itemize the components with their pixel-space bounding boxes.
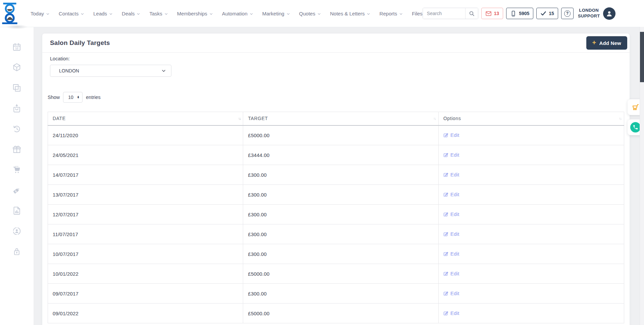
show-entries: Show 10 ▲▼ entries [48,92,624,103]
edit-label: Edit [450,290,460,296]
edit-link[interactable]: Edit [443,290,460,296]
sidebar-item-history-icon[interactable] [12,124,22,134]
target-cell: £300.00 [243,284,438,304]
chevron-down-icon [164,12,168,16]
search-button[interactable] [465,8,478,19]
sidebar-item-cart-icon[interactable] [12,165,22,175]
sidebar-item-calendar-icon[interactable]: 12 [12,42,22,52]
edit-link[interactable]: Edit [443,132,460,138]
edit-link[interactable]: Edit [443,271,460,276]
column-header-target[interactable]: TARGET↑↓ [243,112,438,125]
edit-label: Edit [450,271,460,276]
entries-label: entries [86,95,101,100]
edit-label: Edit [450,251,460,257]
target-cell: £300.00 [243,244,438,264]
date-cell: 14/07/2017 [48,165,243,185]
edit-icon [443,212,448,217]
menu-item-label: Today [31,11,44,16]
table-head: DATE↑↓TARGET↑↓Options↑↓ [48,112,624,125]
options-cell: Edit [438,165,624,185]
sidebar-item-bag-icon[interactable] [12,103,22,113]
question-mark-icon: ? [564,10,571,17]
sidebar-item-gift-icon[interactable] [12,144,22,154]
edit-link[interactable]: Edit [443,310,460,316]
edit-icon [443,152,448,157]
phone-icon [630,122,641,132]
sidebar-item-report-icon[interactable] [12,206,22,216]
target-cell: £300.00 [243,165,438,185]
chevron-down-icon [399,12,403,16]
help-button[interactable]: ? [561,8,574,19]
menu-item-contacts[interactable]: Contacts [59,11,84,16]
table-row: 13/07/2017£300.00Edit [48,185,624,205]
menu-item-memberships[interactable]: Memberships [177,11,213,16]
target-cell: £300.00 [243,205,438,224]
table-row: 24/05/2021£3444.00Edit [48,145,624,165]
bag-icon [12,103,22,113]
add-new-button[interactable]: + Add New [586,36,627,50]
menu-item-files[interactable]: Files [412,11,423,16]
cube-icon [12,62,22,72]
edit-link[interactable]: Edit [443,231,460,237]
edit-label: Edit [450,231,460,237]
menu-item-label: Files [412,11,423,16]
history-icon [12,124,22,134]
edit-link[interactable]: Edit [443,251,460,257]
page-scrollbar[interactable] [640,27,644,325]
app-logo[interactable] [0,3,19,24]
search-input[interactable] [423,8,465,19]
date-cell: 24/05/2021 [48,145,243,165]
show-label: Show [48,95,60,100]
menu-item-label: Quotes [299,11,315,16]
menu-item-deals[interactable]: Deals [122,11,140,16]
entries-select[interactable]: 10 ▲▼ [63,92,83,103]
scrollbar-thumb[interactable] [640,32,644,82]
tasks-badge[interactable]: 15 [536,8,558,19]
card-header: Salon Daily Targets + Add New [42,34,630,53]
avatar[interactable] [603,7,615,20]
menu-item-reports[interactable]: Reports [379,11,403,16]
location-select[interactable]: LONDON [50,65,171,77]
sidebar-item-cube-icon[interactable] [12,62,22,72]
sidebar-item-support-icon[interactable] [12,226,22,236]
topbar-right: 13 5905 15 ? LONDON SUPPORT [423,7,644,20]
sidebar-item-lock-icon[interactable] [12,247,22,257]
messages-count: 13 [494,11,499,16]
menu-item-leads[interactable]: Leads [93,11,113,16]
sidebar-item-price-tag-icon[interactable]: $ [12,185,22,195]
menu-item-quotes[interactable]: Quotes [299,11,321,16]
edit-link[interactable]: Edit [443,172,460,177]
user-icon [606,10,613,17]
column-header-options[interactable]: Options↑↓ [438,112,624,125]
column-label: TARGET [248,116,268,121]
mobile-phone-icon [510,10,517,17]
chevron-down-icon [109,12,113,16]
options-cell: Edit [438,284,624,304]
target-cell: £5000.00 [243,304,438,323]
calendar-icon: 12 [12,42,22,52]
column-header-date[interactable]: DATE↑↓ [48,112,243,125]
chevron-down-icon [161,68,166,73]
calls-badge[interactable]: 5905 [506,8,533,19]
menu-item-automation[interactable]: Automation [222,11,253,16]
options-cell: Edit [438,244,624,264]
menu-item-tasks[interactable]: Tasks [149,11,168,16]
chevron-down-icon [137,12,140,16]
date-cell: 11/07/2017 [48,224,243,244]
cart-icon [631,103,640,112]
table-row: 12/07/2017£300.00Edit [48,205,624,224]
edit-link[interactable]: Edit [443,192,460,197]
menu-item-today[interactable]: Today [31,11,50,16]
sidebar-item-layers-icon[interactable] [12,83,22,93]
table-row: 24/11/2020£5000.00Edit [48,125,624,145]
target-cell: £300.00 [243,224,438,244]
menu-item-marketing[interactable]: Marketing [262,11,290,16]
table-row: 09/01/2022£5000.00Edit [48,304,624,323]
target-cell: £3444.00 [243,145,438,165]
edit-link[interactable]: Edit [443,211,460,217]
edit-link[interactable]: Edit [443,152,460,158]
messages-badge[interactable]: 13 [481,8,503,19]
chevron-down-icon [209,12,213,16]
lock-icon [12,247,22,257]
menu-item-notes-letters[interactable]: Notes & Letters [330,11,370,16]
